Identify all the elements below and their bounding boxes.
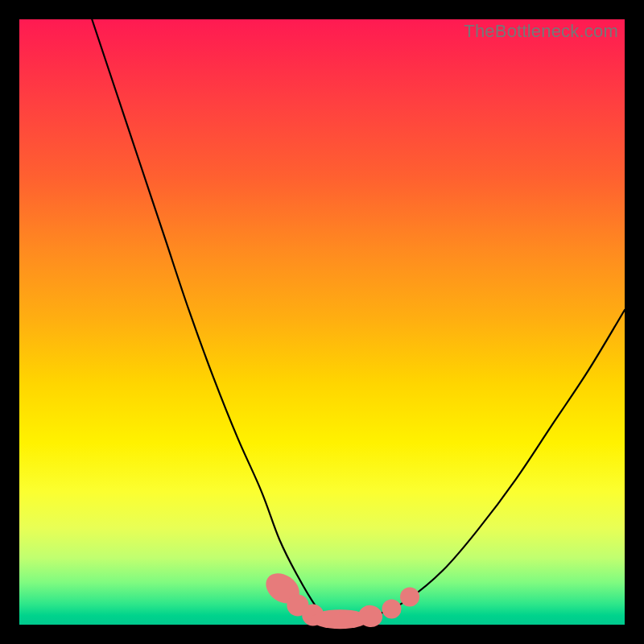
curve-layer bbox=[19, 19, 625, 625]
plot-area: TheBottleneck.com bbox=[19, 19, 625, 625]
bottleneck-curve bbox=[92, 19, 625, 620]
curve-marker bbox=[400, 587, 419, 606]
curve-markers bbox=[260, 567, 419, 629]
curve-marker bbox=[382, 599, 401, 618]
chart-frame: TheBottleneck.com bbox=[0, 0, 644, 644]
